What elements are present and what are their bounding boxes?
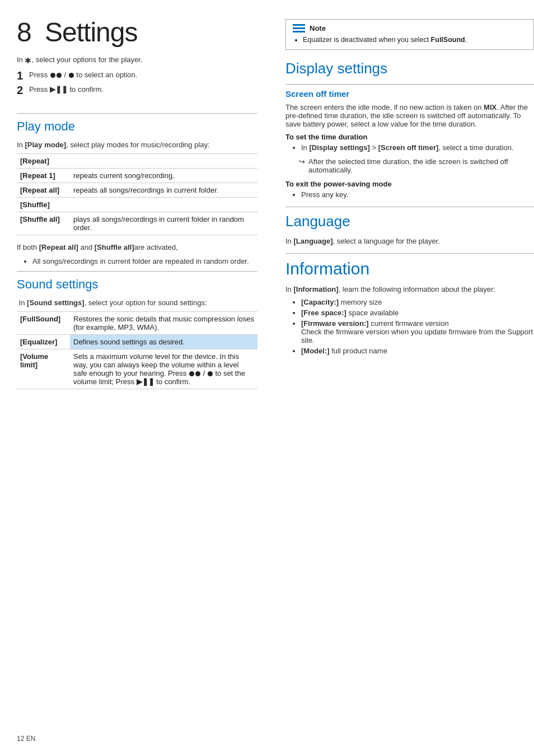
table-row: [Equalizer] Defines sound settings as de…: [17, 334, 257, 349]
right-column: Note Equalizer is deactivated when you s…: [274, 17, 534, 739]
information-description: In [Information], learn the following in…: [285, 285, 534, 293]
note-line-2: [293, 27, 305, 29]
indent-arrow-1: ↪ After the selected time duration, the …: [299, 157, 534, 174]
list-item: [Capacity:] memory size: [301, 298, 534, 306]
firmware-note: Check the firmware version when you upda…: [301, 328, 533, 344]
arrow-symbol: ↪: [299, 157, 305, 166]
circle-btn-small3: [208, 371, 213, 376]
list-item: Press any key.: [301, 190, 534, 199]
step-2-num: 2: [17, 84, 29, 96]
language-section: Language In [Language], select a languag…: [285, 207, 534, 245]
language-title: Language: [285, 207, 534, 230]
play-mode-note: If both [Repeat all] and [Shuffle all]ar…: [17, 243, 257, 251]
screen-off-timer-title: Screen off timer: [285, 84, 534, 99]
table-cell-shuffle-empty: [70, 197, 257, 212]
play-mode-bullets: All songs/recordings in current folder a…: [17, 257, 257, 265]
table-cell-repeat1-desc: repeats current song/recording.: [70, 168, 257, 183]
play-pause-bold: ▶❚❚: [50, 85, 68, 94]
gear-icon: ✱: [25, 56, 31, 65]
table-cell-repeatall: [Repeat all]: [17, 183, 70, 197]
display-settings-section: Display settings Screen off timer The sc…: [285, 60, 534, 199]
list-item: [Firmware version:] current firmware ver…: [301, 319, 534, 344]
screen-off-timer-description: The screen enters the idle mode, if no n…: [285, 103, 534, 128]
table-row: [Volumelimit] Sets a maximum volume leve…: [17, 349, 257, 389]
sound-settings-section: Sound settings In [Sound settings], sele…: [17, 271, 257, 389]
list-item: In [Display settings] > [Screen off time…: [301, 143, 534, 152]
circle-btn-1: [50, 73, 55, 78]
left-column: 8 Settings In ✱, select your options for…: [17, 17, 274, 739]
list-item: [Model:] full product name: [301, 347, 534, 355]
step-1: 1 Press / to select an option.: [17, 69, 257, 82]
step-2-text: Press ▶❚❚ to confirm.: [29, 84, 104, 94]
note-label: Note: [310, 24, 326, 32]
table-row: [Shuffle]: [17, 197, 257, 212]
list-item: Equalizer is deactivated when you select…: [303, 36, 527, 44]
circle-btn-small1: [189, 371, 194, 376]
table-row: [Repeat 1] repeats current song/recordin…: [17, 168, 257, 183]
page-title-text: Settings: [45, 17, 137, 47]
table-cell-equalizer-desc: Defines sound settings as desired.: [70, 334, 257, 349]
play-mode-title: Play mode: [17, 113, 257, 134]
page-title-container: 8 Settings: [17, 17, 257, 48]
table-cell-volume-limit: [Volumelimit]: [17, 349, 70, 389]
screen-off-timer-section: Screen off timer The screen enters the i…: [285, 84, 534, 199]
table-cell-equalizer: [Equalizer]: [17, 334, 70, 349]
note-lines-icon: [293, 24, 305, 32]
step-list: 1 Press / to select an option. 2 Press ▶…: [17, 69, 257, 96]
sound-settings-description: In [Sound settings], select your option …: [17, 298, 257, 307]
play-mode-description: In [Play mode], select play modes for mu…: [17, 141, 257, 149]
table-cell-volume-limit-desc: Sets a maximum volume level for the devi…: [70, 349, 257, 389]
table-row: [Repeat]: [17, 153, 257, 168]
step-1-text: Press / to select an option.: [29, 69, 137, 79]
page-title: 8 Settings: [17, 17, 137, 47]
play-mode-table: [Repeat] [Repeat 1] repeats current song…: [17, 153, 257, 235]
note-header: Note: [293, 24, 527, 32]
table-row: [FullSound] Restores the sonic details t…: [17, 311, 257, 334]
step-2: 2 Press ▶❚❚ to confirm.: [17, 84, 257, 96]
circle-btn-small2: [195, 371, 200, 376]
note-line-3: [293, 31, 305, 32]
step-1-num: 1: [17, 69, 29, 82]
table-row: [Shuffle all] plays all songs/recordings…: [17, 212, 257, 235]
list-item: All songs/recordings in current folder a…: [32, 257, 257, 265]
table-cell-repeatall-desc: repeats all songs/recordings in current …: [70, 183, 257, 197]
exit-power-bullets: Press any key.: [285, 190, 534, 199]
information-section: Information In [Information], learn the …: [285, 253, 534, 355]
play-mode-section: Play mode In [Play mode], select play mo…: [17, 113, 257, 265]
table-cell-shuffle-header: [Shuffle]: [17, 197, 70, 212]
sound-settings-table: [FullSound] Restores the sonic details t…: [17, 311, 257, 389]
language-description: In [Language], select a language for the…: [285, 237, 534, 245]
arrow-text-1: After the selected time duration, the id…: [308, 157, 534, 174]
information-title: Information: [285, 253, 534, 278]
list-item: [Free space:] space available: [301, 309, 534, 317]
circle-btn-2: [57, 73, 62, 78]
table-cell-repeat1: [Repeat 1]: [17, 168, 70, 183]
intro-text: In ✱, select your options for the player…: [17, 55, 257, 65]
table-cell-shuffleall: [Shuffle all]: [17, 212, 70, 235]
information-bullets: [Capacity:] memory size [Free space:] sp…: [285, 298, 534, 355]
sound-settings-title: Sound settings: [17, 271, 257, 292]
table-cell-shuffleall-desc: plays all songs/recordings in current fo…: [70, 212, 257, 235]
note-bullet-list: Equalizer is deactivated when you select…: [293, 36, 527, 44]
note-box: Note Equalizer is deactivated when you s…: [285, 19, 534, 50]
note-line-1: [293, 24, 305, 26]
table-cell-repeat-header: [Repeat]: [17, 153, 70, 168]
circle-btn-3: [69, 73, 74, 78]
table-cell-empty: [70, 153, 257, 168]
table-cell-fullsound: [FullSound]: [17, 311, 70, 334]
screen-timer-bullets: In [Display settings] > [Screen off time…: [285, 143, 534, 152]
page-footer: 12 EN: [17, 735, 35, 743]
instruction-label-1: To set the time duration: [285, 133, 534, 141]
table-cell-fullsound-desc: Restores the sonic details that music co…: [70, 311, 257, 334]
page-number: 8: [17, 17, 31, 47]
instruction-label-2: To exit the power-saving mode: [285, 180, 534, 188]
display-settings-title: Display settings: [285, 60, 534, 77]
table-row: [Repeat all] repeats all songs/recording…: [17, 183, 257, 197]
